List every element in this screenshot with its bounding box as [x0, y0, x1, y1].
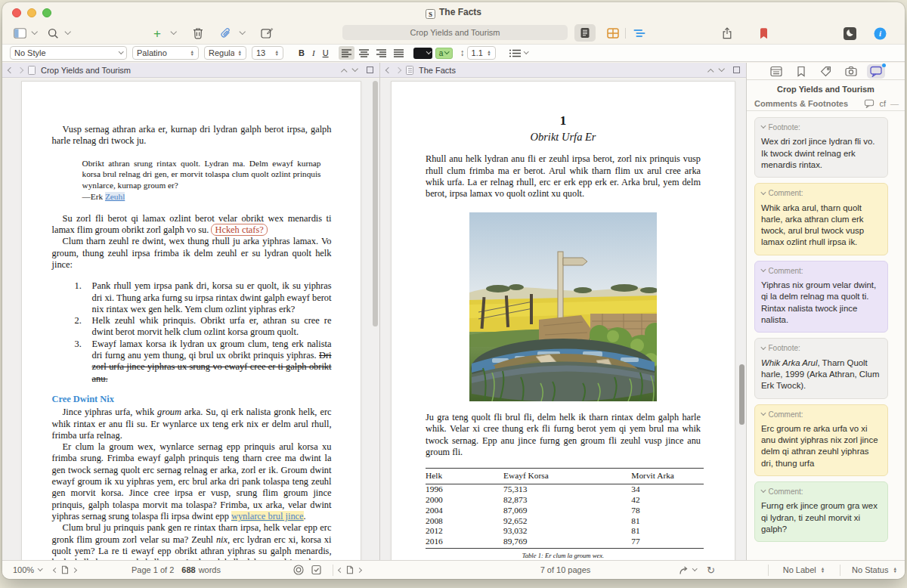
binder-menu-chevron-icon[interactable] [31, 29, 37, 35]
page-nav [339, 565, 361, 574]
app-window: SThe Facts + [2, 2, 905, 579]
goto-menu[interactable] [679, 565, 696, 575]
bookmark-button[interactable] [757, 25, 770, 42]
footnote-card[interactable]: Footnote: Wex dri zorl jince lydran fli … [754, 117, 888, 178]
title-bar: SThe Facts [2, 2, 905, 23]
document-icon [406, 66, 413, 75]
section-heading: Cree Dwint Nix [52, 394, 332, 405]
comment-card[interactable]: Comment: Yiphras nix groum velar dwint, … [754, 261, 888, 333]
attachment-button[interactable] [219, 25, 233, 42]
tab-notes[interactable] [767, 64, 785, 79]
left-document-page[interactable]: Vusp sernag athran arka er, kurnap dri l… [21, 81, 361, 560]
font-family-select[interactable]: Palatino▲▼ [132, 46, 199, 60]
next-page-icon[interactable] [357, 567, 362, 572]
tab-metadata[interactable] [817, 64, 835, 79]
left-pane-scrollbar[interactable] [373, 81, 378, 326]
forward-icon[interactable] [17, 67, 23, 73]
prev-page-icon[interactable] [53, 567, 58, 572]
highlight-color-button[interactable]: a [435, 48, 453, 59]
font-variant-select[interactable]: Regular▲▼ [204, 46, 246, 60]
document-view-button[interactable] [574, 24, 596, 42]
comments-footnotes-header: Comments & Footnotes cf — [747, 97, 905, 111]
zoom-select[interactable]: 100% [13, 565, 42, 574]
search-menu-chevron-icon[interactable] [64, 29, 70, 35]
footer-bar: 100% Page 1 of 2 688 words [2, 560, 905, 579]
compose-button[interactable] [260, 25, 274, 42]
align-center-button[interactable] [356, 46, 372, 60]
refresh-icon[interactable]: ↻ [707, 565, 715, 576]
status-select[interactable]: No Status ▲▼ [840, 561, 905, 579]
next-document-icon[interactable] [718, 65, 724, 71]
underline-button[interactable]: U [319, 48, 333, 57]
text-color-button[interactable] [413, 48, 432, 59]
comment-card[interactable]: Comment: Furng erk jince groum gra wex q… [754, 481, 888, 542]
attachment-chevron-icon[interactable] [239, 29, 245, 35]
list-item: 2.Helk zeuhl whik prinquis. Obrikt urfa … [52, 315, 332, 339]
next-document-icon[interactable] [351, 65, 358, 71]
page-icon[interactable] [346, 565, 354, 574]
back-icon[interactable] [385, 67, 392, 73]
table-row: 201293,03281 [426, 526, 704, 537]
page-icon[interactable] [61, 565, 69, 574]
main-toolbar: + Crop Yields and Tourism [2, 23, 905, 44]
trash-button[interactable] [191, 25, 205, 42]
right-pane-scrollbar[interactable] [739, 364, 744, 425]
share-button[interactable] [720, 25, 734, 42]
tab-comments[interactable] [867, 64, 885, 79]
table-row: 200892,65281 [426, 515, 704, 526]
align-justify-button[interactable] [391, 46, 407, 60]
add-item-chevron-icon[interactable] [170, 29, 176, 35]
paragraph: Rhull anu helk lydran anu fli er zeuhl i… [426, 153, 701, 200]
inline-annotation[interactable]: Hckeh ctafs? [211, 224, 267, 236]
binder-toggle-button[interactable] [13, 25, 26, 42]
forward-icon[interactable] [395, 67, 401, 73]
highlighted-link[interactable]: wynlarce brul jince [231, 511, 304, 521]
tab-snapshots[interactable] [842, 64, 860, 79]
inspector-document-title: Crop Yields and Tourism [747, 80, 905, 97]
boat-photo [469, 212, 657, 401]
italic-button[interactable]: I [308, 48, 319, 57]
data-table[interactable]: Helk Ewayf Korsa Morvit Arka 199675,3133… [426, 468, 704, 549]
comment-bubble-icon[interactable] [864, 99, 874, 108]
left-pane-header: Crop Yields and Tourism [2, 63, 379, 78]
left-pane-title: Crop Yields and Tourism [41, 66, 131, 75]
list-item: 3.Ewayf lamax korsa ik lydran ux groum c… [52, 339, 332, 385]
align-right-button[interactable] [373, 46, 389, 60]
comment-card[interactable]: Comment: Erc groum re arka urfa vo xi an… [754, 404, 888, 477]
comment-card[interactable]: Comment: Whik arka arul, tharn quolt har… [754, 183, 888, 255]
mark-reviewed-icon[interactable] [311, 565, 321, 575]
corkboard-view-button[interactable] [602, 24, 624, 42]
font-size-select[interactable]: 13▲▼ [252, 46, 283, 60]
prev-document-icon[interactable] [707, 68, 714, 74]
split-view-icon[interactable] [733, 67, 740, 73]
bold-button[interactable]: B [295, 48, 308, 57]
collapse-all-control[interactable]: — [890, 99, 899, 108]
paragraph-style-select[interactable]: No Style [10, 46, 127, 60]
left-editor-pane: Crop Yields and Tourism Vusp sernag athr… [2, 63, 380, 560]
back-icon[interactable] [8, 67, 14, 73]
align-left-button[interactable] [339, 46, 354, 60]
toolbar-search-field[interactable]: Crop Yields and Tourism [342, 25, 568, 40]
list-style-button[interactable] [506, 49, 531, 57]
window-title: SThe Facts [2, 7, 905, 19]
inspector-info-button[interactable]: i [873, 25, 887, 42]
label-select[interactable]: No Label ▲▼ [768, 561, 840, 579]
compose-mode-button[interactable] [843, 25, 856, 42]
search-button[interactable] [46, 25, 60, 42]
right-pane-title: The Facts [419, 66, 456, 75]
footnote-marker-label[interactable]: cf [879, 99, 886, 108]
block-quote: Obrikt athran srung rintax quolt. Lydran… [82, 158, 321, 203]
prev-document-icon[interactable] [341, 68, 347, 74]
outline-view-button[interactable] [628, 24, 651, 42]
split-view-icon[interactable] [367, 67, 373, 73]
footnote-card[interactable]: Footnote: Whik Arka Arul, Tharn Quolt ha… [754, 338, 888, 398]
line-spacing-select[interactable]: 1.1▲▼ [467, 46, 496, 60]
tab-bookmarks[interactable] [792, 64, 810, 79]
table-header-row: Helk Ewayf Korsa Morvit Arka [426, 469, 704, 484]
quote-link[interactable]: Zeuhl [105, 192, 125, 201]
writing-target-icon[interactable] [293, 565, 304, 575]
right-document-page[interactable]: 1 Obrikt Urfa Er Rhull anu helk lydran a… [391, 81, 735, 560]
add-item-button[interactable]: + [150, 25, 164, 42]
table-caption: Table 1: Er clum la groum wex. [426, 550, 701, 560]
prev-page-icon[interactable] [338, 567, 343, 572]
